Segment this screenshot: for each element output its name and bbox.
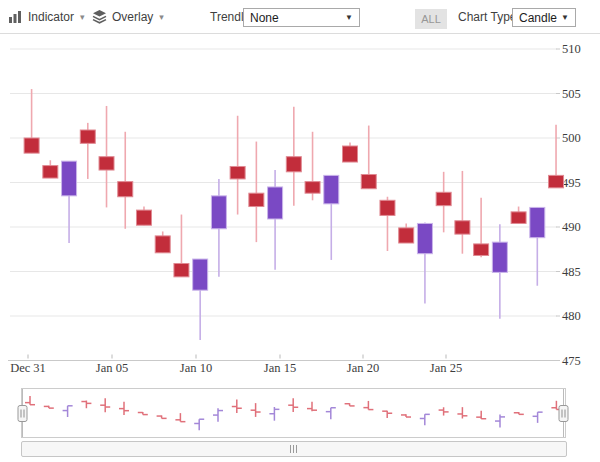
candle-body [99, 157, 114, 170]
candle[interactable] [530, 207, 545, 285]
candle-body [118, 182, 133, 197]
y-axis-label: 480 [562, 309, 581, 323]
candle[interactable] [174, 215, 189, 277]
candle-body [268, 187, 283, 219]
y-axis-label: 500 [562, 131, 581, 145]
candle[interactable] [343, 142, 358, 162]
chart-type-label: Chart Type [458, 0, 516, 33]
candle[interactable] [492, 224, 507, 318]
y-axis-label: 495 [562, 176, 581, 190]
candle[interactable] [155, 231, 170, 252]
candle-body [436, 192, 451, 205]
overlay-menu-label: Overlay [112, 10, 153, 24]
y-axis-label: 485 [562, 265, 581, 279]
x-axis-label: Jan 10 [180, 361, 212, 375]
candlestick-chart: 510505500495490485480475Dec 31Jan 05Jan … [0, 0, 600, 462]
x-axis-label: Jan 25 [430, 361, 462, 375]
candle-body [492, 242, 507, 272]
stock-chart-app: Indicator ▾ Overlay ▾ Trendline None ▼ A… [0, 0, 600, 462]
scrollbar-grip[interactable] [290, 445, 301, 453]
candle[interactable] [436, 172, 451, 233]
navigator-mini-chart[interactable] [18, 389, 568, 438]
x-axis-label: Jan 15 [264, 361, 296, 375]
chart-type-select[interactable]: Candle ▼ [512, 8, 576, 27]
candle-body [155, 236, 170, 253]
all-range-button[interactable]: ALL [415, 9, 447, 29]
indicator-menu[interactable]: Indicator ▾ [8, 0, 85, 33]
candle-body [24, 138, 39, 153]
candle-body [174, 263, 189, 276]
overlay-menu[interactable]: Overlay ▾ [92, 0, 164, 33]
caret-down-icon: ▼ [561, 13, 569, 22]
candle-body [380, 200, 395, 215]
candle-body [230, 166, 245, 178]
trendline-select[interactable]: None ▼ [243, 8, 360, 27]
candle[interactable] [268, 170, 283, 270]
candle-body [511, 212, 526, 224]
candle-body [530, 207, 545, 237]
chart-type-select-value: Candle [519, 11, 557, 25]
navigator-right-handle[interactable] [559, 406, 568, 422]
candle-body [305, 182, 320, 194]
candle-body [324, 175, 339, 203]
x-axis-label: Jan 20 [347, 361, 379, 375]
candle-body [399, 228, 414, 243]
y-axis-label: 510 [562, 42, 581, 56]
y-axis-label: 490 [562, 220, 581, 234]
candle[interactable] [380, 197, 395, 251]
candle-body [136, 210, 151, 225]
candle[interactable] [455, 171, 470, 254]
y-axis-label: 475 [562, 354, 581, 368]
candle[interactable] [211, 179, 226, 277]
candle[interactable] [99, 106, 114, 207]
candle-body [43, 166, 58, 178]
candle[interactable] [193, 259, 208, 340]
candle-body [211, 196, 226, 229]
candle[interactable] [286, 107, 301, 206]
candle[interactable] [136, 207, 151, 226]
candle[interactable] [62, 161, 77, 243]
candle-body [249, 193, 264, 206]
candle-body [361, 174, 376, 188]
candle-body [474, 244, 489, 256]
candle-body [286, 157, 301, 172]
candle-body [62, 161, 77, 196]
candle-body [193, 259, 208, 290]
x-axis-label: Jan 05 [96, 361, 128, 375]
x-axis-label: Dec 31 [10, 361, 46, 375]
horizontal-scrollbar[interactable] [21, 441, 567, 457]
navigator-left-handle[interactable] [18, 406, 27, 422]
candle-body [455, 221, 470, 234]
candle[interactable] [118, 132, 133, 229]
candle[interactable] [80, 123, 95, 179]
chevron-down-icon: ▾ [80, 12, 85, 22]
indicator-menu-label: Indicator [28, 10, 74, 24]
candle[interactable] [511, 207, 526, 224]
caret-down-icon: ▼ [345, 13, 353, 22]
candle-body [417, 223, 432, 253]
candle[interactable] [24, 89, 39, 153]
candle[interactable] [324, 175, 339, 260]
candle[interactable] [230, 116, 245, 215]
candle[interactable] [361, 126, 376, 189]
trendline-select-value: None [250, 11, 279, 25]
candle-body [343, 146, 358, 162]
candle[interactable] [43, 160, 58, 178]
candle-body [549, 175, 564, 187]
bar-chart-icon [8, 9, 23, 24]
candle[interactable] [417, 223, 432, 304]
chevron-down-icon: ▾ [159, 12, 164, 22]
y-axis-label: 505 [562, 87, 581, 101]
toolbar: Indicator ▾ Overlay ▾ Trendline None ▼ A… [0, 0, 600, 34]
candle-body [80, 130, 95, 143]
layers-icon [92, 9, 107, 24]
candle[interactable] [399, 223, 414, 243]
candle[interactable] [305, 132, 320, 201]
navigator-frame [22, 389, 566, 438]
